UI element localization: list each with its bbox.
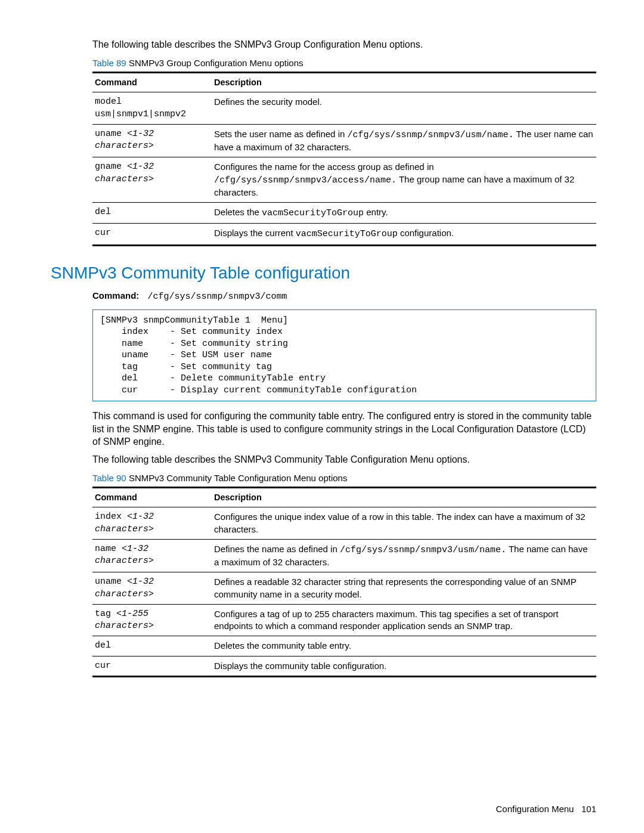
table89-command-cell: cur	[92, 224, 212, 245]
table-row: delDeletes the vacmSecurityToGroup entry…	[92, 203, 596, 224]
table90-description-cell: Defines a readable 32 character string t…	[212, 572, 596, 605]
table90-label: Table 90	[92, 473, 126, 483]
table90-description-cell: Displays the community table configurati…	[212, 656, 596, 676]
table89-description-cell: Defines the security model.	[212, 92, 596, 125]
table89-description-cell: Configures the name for the access group…	[212, 157, 596, 203]
table89: Command Description model usm|snmpv1|snm…	[92, 72, 596, 246]
table90-command-cell: tag <1-255 characters>	[92, 604, 212, 636]
section-heading: SNMPv3 Community Table configuration	[51, 262, 596, 284]
table-row: model usm|snmpv1|snmpv2Defines the secur…	[92, 92, 596, 125]
table-row: curDisplays the community table configur…	[92, 656, 596, 676]
table90-description-cell: Deletes the community table entry.	[212, 636, 596, 656]
table-row: index <1-32 characters>Configures the un…	[92, 507, 596, 540]
table89-label: Table 89	[92, 58, 126, 68]
table89-title: SNMPv3 Group Configuration Menu options	[126, 58, 304, 68]
table90-command-cell: uname <1-32 characters>	[92, 572, 212, 605]
table-row: curDisplays the current vacmSecurityToGr…	[92, 224, 596, 245]
table-row: uname <1-32 characters>Sets the user nam…	[92, 124, 596, 157]
description-paragraph-2: The following table describes the SNMPv3…	[92, 453, 596, 466]
table89-command-cell: gname <1-32 characters>	[92, 157, 212, 203]
description-paragraph-1: This command is used for configuring the…	[92, 410, 596, 448]
footer-section: Configuration Menu	[496, 804, 574, 814]
table89-command-cell: uname <1-32 characters>	[92, 124, 212, 157]
table90-header-description: Description	[212, 487, 596, 507]
table90-description-cell: Configures the unique index value of a r…	[212, 507, 596, 540]
table90: Command Description index <1-32 characte…	[92, 487, 596, 677]
command-path: /cfg/sys/ssnmp/snmpv3/comm	[148, 292, 287, 302]
table-row: gname <1-32 characters>Configures the na…	[92, 157, 596, 203]
table-row: name <1-32 characters>Defines the name a…	[92, 539, 596, 572]
footer-page-number: 101	[581, 804, 596, 814]
table89-command-cell: model usm|snmpv1|snmpv2	[92, 92, 212, 125]
table-row: delDeletes the community table entry.	[92, 636, 596, 656]
table90-header-command: Command	[92, 487, 212, 507]
table89-header-description: Description	[212, 72, 596, 92]
table90-command-cell: name <1-32 characters>	[92, 539, 212, 572]
table90-command-cell: cur	[92, 656, 212, 676]
command-label: Command:	[92, 290, 139, 301]
table90-command-cell: del	[92, 636, 212, 656]
table90-title: SNMPv3 Community Table Configuration Men…	[126, 473, 348, 483]
table-row: uname <1-32 characters>Defines a readabl…	[92, 572, 596, 605]
command-line: Command: /cfg/sys/ssnmp/snmpv3/comm	[92, 290, 596, 303]
page-footer: Configuration Menu 101	[496, 803, 596, 815]
table90-description-cell: Configures a tag of up to 255 characters…	[212, 604, 596, 636]
table89-description-cell: Sets the user name as defined in /cfg/sy…	[212, 124, 596, 157]
table90-description-cell: Defines the name as defined in /cfg/sys/…	[212, 539, 596, 572]
table89-header-command: Command	[92, 72, 212, 92]
table89-command-cell: del	[92, 203, 212, 224]
document-page: The following table describes the SNMPv3…	[0, 0, 644, 833]
table-row: tag <1-255 characters>Configures a tag o…	[92, 604, 596, 636]
table90-caption: Table 90 SNMPv3 Community Table Configur…	[92, 472, 596, 484]
table89-description-cell: Displays the current vacmSecurityToGroup…	[212, 224, 596, 245]
intro-paragraph: The following table describes the SNMPv3…	[92, 38, 596, 51]
table89-description-cell: Deletes the vacmSecurityToGroup entry.	[212, 203, 596, 224]
code-box: [SNMPv3 snmpCommunityTable 1 Menu] index…	[92, 309, 596, 402]
table90-command-cell: index <1-32 characters>	[92, 507, 212, 540]
table89-caption: Table 89 SNMPv3 Group Configuration Menu…	[92, 57, 596, 69]
